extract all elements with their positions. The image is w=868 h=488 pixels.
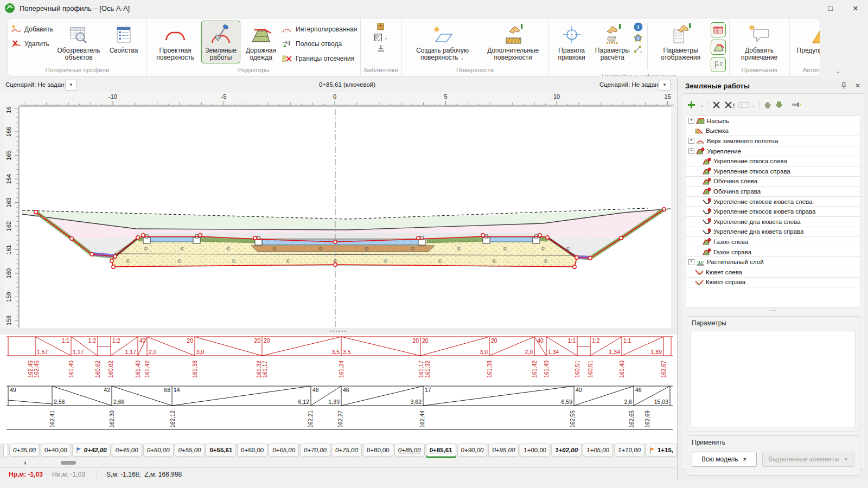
tree-item[interactable]: Кювет справа xyxy=(686,278,860,288)
station-tab-bar: 0+35,000+40,000+42,000+45,000+50,000+55,… xyxy=(0,444,677,458)
slope-view-button[interactable] xyxy=(711,40,726,55)
ribbon-collapse-chevron[interactable]: ⌄ xyxy=(835,67,841,75)
profile-view-button[interactable] xyxy=(711,57,726,72)
station-tab[interactable]: 1+10,00 xyxy=(614,444,644,457)
group-profiles: Добавить Удалить Обозреватель объектов С… xyxy=(8,18,147,76)
station-tab[interactable]: 0+75,00 xyxy=(331,444,362,457)
clip-borders-button[interactable]: Границы отсечения xyxy=(282,52,357,65)
tree-add-button[interactable] xyxy=(687,100,696,110)
tree-item[interactable]: Укрепление откоса слева xyxy=(686,156,860,166)
tree-item[interactable]: Укрепление откоса справа xyxy=(686,166,860,177)
svg-text:162,55: 162,55 xyxy=(569,410,576,428)
scroll-left-arrow[interactable] xyxy=(22,461,26,465)
calc-params-button[interactable]: Параметры расчёта xyxy=(592,21,633,63)
tree-item[interactable]: Кювет слева xyxy=(686,267,860,278)
tree-item[interactable]: Укрепление откосов кювета слева xyxy=(686,197,860,207)
tree-item[interactable]: Газон справа xyxy=(686,247,860,258)
add-profile-button[interactable]: Добавить xyxy=(11,23,53,36)
station-tab[interactable]: 1+05,00 xyxy=(583,444,613,457)
station-tab[interactable]: 0+85,00 xyxy=(394,444,425,457)
tree-add-dropdown[interactable]: ⌄ xyxy=(700,102,704,108)
panel-close-icon[interactable]: ✕ xyxy=(855,82,860,89)
scenario-left-dropdown[interactable]: ▼ xyxy=(65,80,77,91)
display-params-button[interactable]: Параметры отображения xyxy=(652,21,710,63)
station-tab[interactable]: 0+40,00 xyxy=(41,444,71,457)
move-up-button[interactable] xyxy=(764,101,771,109)
group-editors: Проектная поверхность Земляные работы До… xyxy=(147,18,361,76)
station-tab[interactable]: 0+85,61 xyxy=(426,444,456,457)
svg-text:©: © xyxy=(493,258,496,264)
horizontal-splitter[interactable]: •••••• xyxy=(0,328,677,335)
maximize-button[interactable]: □ xyxy=(818,0,843,16)
snap-rules-button[interactable]: Правила привязки xyxy=(552,21,591,63)
station-tab[interactable]: 0+45,00 xyxy=(112,444,142,457)
tree-item[interactable]: +Верх земляного полотна xyxy=(686,136,860,146)
tree-item[interactable]: Укрепление дна кювета слева xyxy=(686,217,860,227)
tree-item[interactable]: +Насыпь xyxy=(686,116,860,126)
earthworks-button[interactable]: Земляные работы xyxy=(201,21,240,63)
pavement-button[interactable]: Дорожная одежда xyxy=(241,21,280,63)
station-tab[interactable]: 1+15, xyxy=(646,444,677,457)
tree-item[interactable]: −Укрепление xyxy=(686,146,860,157)
tree-item[interactable]: Укрепление откосов кювета справа xyxy=(686,207,860,217)
properties-button[interactable]: Свойства xyxy=(104,21,143,56)
interpolated-button[interactable]: Интерполированная xyxy=(282,23,357,36)
line-info-button[interactable]: L xyxy=(634,44,643,53)
scroll-thumb[interactable] xyxy=(61,461,76,465)
tree-item-label: Укрепление откоса слева xyxy=(713,158,787,164)
info-button[interactable]: i xyxy=(634,22,643,31)
warnings-button[interactable]: Предупреждения xyxy=(793,21,820,56)
station-tab[interactable]: 0+80,00 xyxy=(363,444,393,457)
library-hatch-button[interactable]: ⌄ xyxy=(374,33,388,42)
move-down-button[interactable] xyxy=(775,101,783,109)
tree-expander[interactable]: + xyxy=(688,138,694,144)
tree-expander[interactable]: − xyxy=(688,148,694,154)
station-tab[interactable]: 0+90,00 xyxy=(457,444,488,457)
tree-rename-button[interactable]: ⌄ xyxy=(738,101,755,108)
delete-profile-button[interactable]: Удалить xyxy=(11,37,53,50)
station-tab[interactable]: 0+50,00 xyxy=(143,444,174,457)
object-browser-button[interactable]: Обозреватель объектов xyxy=(54,21,103,63)
cross-section-canvas[interactable]: ©©©©©©©©©©©©©©©©©©©© xyxy=(20,106,671,328)
tree-item[interactable]: Выемка xyxy=(686,126,860,137)
tab-scroll-stub[interactable] xyxy=(3,444,8,457)
station-tab[interactable]: 1+00,00 xyxy=(520,444,550,457)
tree-expander[interactable]: + xyxy=(688,259,694,265)
tree-expander[interactable]: + xyxy=(688,118,694,124)
apply-selected-button[interactable]: Выделенные элементы▼ xyxy=(762,452,854,467)
station-tab[interactable]: 0+35,00 xyxy=(9,444,40,457)
library-press-button[interactable] xyxy=(376,44,386,53)
additional-surfaces-button[interactable]: Дополнительные поверхности xyxy=(481,21,545,63)
table-view-button[interactable] xyxy=(711,22,726,37)
close-button[interactable]: ✕ xyxy=(843,0,868,16)
station-tab[interactable]: 0+42,00 xyxy=(72,444,111,457)
tree-item[interactable]: +Растительный слой xyxy=(686,257,860,267)
apply-all-button[interactable]: Всю модель▼ xyxy=(692,452,757,467)
pin-icon[interactable] xyxy=(840,82,847,89)
polygon-info-button[interactable]: s xyxy=(634,34,643,42)
design-surface-button[interactable]: Проектная поверхность xyxy=(150,21,200,63)
station-tab[interactable]: 0+65,00 xyxy=(269,444,299,457)
tree-item[interactable]: Обочина слева xyxy=(686,177,860,187)
create-work-surface-button[interactable]: Создать рабочую поверхность ⌄ xyxy=(405,21,480,63)
svg-text:161,38: 161,38 xyxy=(486,361,493,378)
tree-delete-button[interactable] xyxy=(712,101,720,109)
scenario-right-dropdown[interactable]: ▼ xyxy=(659,80,671,91)
status-hi: Ни,м: -1,03 xyxy=(52,471,85,478)
add-note-button[interactable]: Добавить примечание xyxy=(733,21,786,63)
station-tab[interactable]: 0+55,61 xyxy=(206,444,236,457)
station-tab[interactable]: 0+55,00 xyxy=(175,444,205,457)
row-strips-button[interactable]: Полосы отвода xyxy=(282,37,357,50)
library-box-button[interactable] xyxy=(376,22,386,31)
station-tab[interactable]: 1+02,00 xyxy=(551,444,582,457)
tree-item[interactable]: Обочина справа xyxy=(686,187,860,197)
tree-delete-all-button[interactable]: ! xyxy=(724,101,735,109)
panel-splitter[interactable]: ∷∷ xyxy=(681,309,865,314)
horizontal-scrollbar[interactable] xyxy=(0,459,677,466)
flashlight-icon[interactable] xyxy=(791,101,803,108)
station-tab[interactable]: 0+95,00 xyxy=(488,444,519,457)
station-tab[interactable]: 0+70,00 xyxy=(300,444,330,457)
station-tab[interactable]: 0+60,00 xyxy=(237,444,267,457)
tree-item[interactable]: Укрепление дна кювета справа xyxy=(686,227,860,237)
tree-item[interactable]: Газон слева xyxy=(686,237,860,247)
